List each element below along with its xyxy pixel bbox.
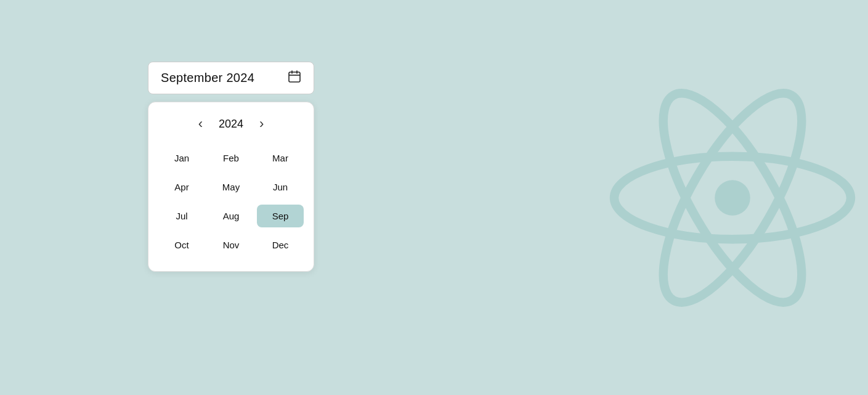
month-apr[interactable]: Apr (158, 176, 205, 198)
month-picker: 2024 Jan Feb Mar Apr May Jun Jul Aug Sep… (148, 102, 314, 272)
date-input-box[interactable]: September 2024 (148, 62, 314, 94)
react-logo-watermark (585, 50, 868, 346)
svg-rect-4 (289, 72, 300, 82)
month-may[interactable]: May (208, 176, 254, 198)
months-grid: Jan Feb Mar Apr May Jun Jul Aug Sep Oct … (158, 147, 304, 256)
prev-year-button[interactable] (193, 115, 208, 133)
month-aug[interactable]: Aug (208, 205, 254, 227)
month-sep[interactable]: Sep (257, 205, 304, 227)
next-year-button[interactable] (254, 115, 269, 133)
month-mar[interactable]: Mar (257, 147, 304, 169)
svg-point-0 (715, 180, 750, 216)
month-jul[interactable]: Jul (158, 205, 205, 227)
calendar-area: September 2024 2024 Jan Feb Mar Apr May (148, 62, 314, 272)
month-dec[interactable]: Dec (257, 234, 304, 256)
month-oct[interactable]: Oct (158, 234, 205, 256)
month-jan[interactable]: Jan (158, 147, 205, 169)
month-jun[interactable]: Jun (257, 176, 304, 198)
year-nav: 2024 (158, 115, 304, 133)
year-label: 2024 (219, 118, 243, 131)
month-feb[interactable]: Feb (208, 147, 254, 169)
calendar-icon (288, 70, 301, 86)
date-input-value: September 2024 (161, 71, 254, 85)
month-nov[interactable]: Nov (208, 234, 254, 256)
